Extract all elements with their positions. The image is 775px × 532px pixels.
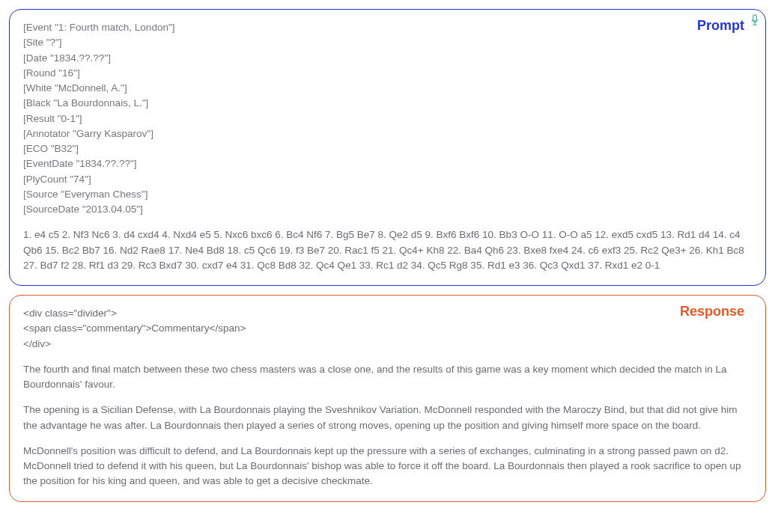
pgn-tag: [Black "La Bourdonnais, L."] <box>23 96 752 111</box>
pgn-tag: [White "McDonnell, A."] <box>23 81 752 96</box>
prompt-label: Prompt <box>697 16 744 36</box>
pgn-tag: [Site "?"] <box>23 35 752 50</box>
pgn-moves: 1. e4 c5 2. Nf3 Nc6 3. d4 cxd4 4. Nxd4 e… <box>23 227 752 273</box>
code-line: <span class="commentary">Commentary</spa… <box>23 321 752 336</box>
pgn-tag: [ECO "B32"] <box>23 141 752 156</box>
pgn-tag: [Event "1: Fourth match, London"] <box>23 20 752 35</box>
pgn-header: [Event "1: Fourth match, London"] [Site … <box>23 20 752 217</box>
code-line: <div class="divider"> <box>23 306 752 321</box>
html-snippet: <div class="divider"> <span class="comme… <box>23 306 752 352</box>
pgn-tag: [Source "Everyman Chess"] <box>23 187 752 202</box>
pgn-tag: [EventDate "1834.??.??"] <box>23 156 752 171</box>
pgn-tag: [Date "1834.??.??"] <box>23 51 752 66</box>
code-line: </div> <box>23 337 752 352</box>
response-label: Response <box>680 302 744 322</box>
pgn-tag: [PlyCount "74"] <box>23 172 752 187</box>
pgn-tag: [Annotator "Garry Kasparov"] <box>23 126 752 141</box>
response-paragraph: The opening is a Sicilian Defense, with … <box>23 403 752 433</box>
prompt-card: Prompt [Event "1: Fourth match, London"]… <box>9 9 766 286</box>
pgn-tag: [SourceDate "2013.04.05"] <box>23 202 752 217</box>
pgn-tag: [Result "0-1"] <box>23 111 752 126</box>
svg-rect-0 <box>753 15 756 21</box>
response-paragraph: The fourth and final match between these… <box>23 362 752 393</box>
microphone-icon[interactable] <box>750 14 759 26</box>
pgn-tag: [Round "16"] <box>23 66 752 81</box>
response-paragraph: McDonnell's position was difficult to de… <box>23 444 752 489</box>
response-card: Response <div class="divider"> <span cla… <box>9 295 766 502</box>
